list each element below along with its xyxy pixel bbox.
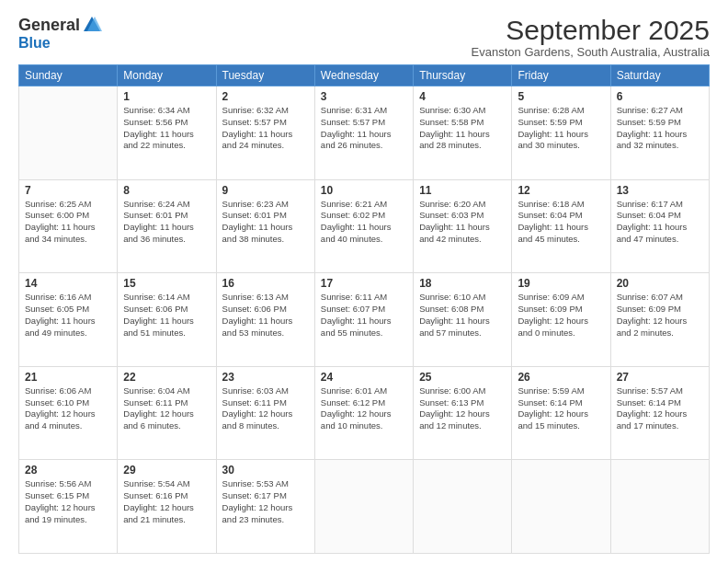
day-info: Sunrise: 6:01 AM Sunset: 6:12 PM Dayligh… bbox=[321, 385, 407, 432]
weekday-header-saturday: Saturday bbox=[610, 65, 709, 86]
day-number: 29 bbox=[123, 464, 210, 477]
day-number: 24 bbox=[321, 371, 407, 384]
weekday-header-friday: Friday bbox=[512, 65, 610, 86]
title-area: September 2025 Evanston Gardens, South A… bbox=[472, 15, 710, 59]
day-number: 15 bbox=[123, 277, 210, 290]
day-number: 10 bbox=[321, 184, 407, 197]
day-number: 22 bbox=[123, 371, 210, 384]
day-info: Sunrise: 6:31 AM Sunset: 5:57 PM Dayligh… bbox=[321, 105, 407, 152]
day-info: Sunrise: 6:07 AM Sunset: 6:09 PM Dayligh… bbox=[617, 292, 703, 339]
day-number: 12 bbox=[518, 184, 604, 197]
day-info: Sunrise: 6:18 AM Sunset: 6:04 PM Dayligh… bbox=[518, 199, 604, 246]
calendar-cell: 24Sunrise: 6:01 AM Sunset: 6:12 PM Dayli… bbox=[314, 366, 413, 460]
calendar-cell: 30Sunrise: 5:53 AM Sunset: 6:17 PM Dayli… bbox=[216, 460, 314, 554]
weekday-header-row: SundayMondayTuesdayWednesdayThursdayFrid… bbox=[19, 65, 710, 86]
day-number: 25 bbox=[419, 371, 506, 384]
day-number: 30 bbox=[222, 464, 309, 477]
calendar-cell: 26Sunrise: 5:59 AM Sunset: 6:14 PM Dayli… bbox=[512, 366, 610, 460]
week-row-4: 21Sunrise: 6:06 AM Sunset: 6:10 PM Dayli… bbox=[19, 366, 710, 460]
calendar-cell: 28Sunrise: 5:56 AM Sunset: 6:15 PM Dayli… bbox=[19, 460, 118, 554]
logo-blue-text: Blue bbox=[18, 35, 51, 51]
day-number: 26 bbox=[518, 371, 604, 384]
week-row-1: 1Sunrise: 6:34 AM Sunset: 5:56 PM Daylig… bbox=[19, 86, 710, 180]
calendar-cell: 7Sunrise: 6:25 AM Sunset: 6:00 PM Daylig… bbox=[19, 179, 118, 273]
calendar-cell: 10Sunrise: 6:21 AM Sunset: 6:02 PM Dayli… bbox=[314, 179, 413, 273]
day-info: Sunrise: 6:32 AM Sunset: 5:57 PM Dayligh… bbox=[222, 105, 309, 152]
calendar-cell bbox=[610, 460, 709, 554]
calendar-cell: 14Sunrise: 6:16 AM Sunset: 6:05 PM Dayli… bbox=[19, 273, 118, 367]
day-info: Sunrise: 6:21 AM Sunset: 6:02 PM Dayligh… bbox=[321, 199, 407, 246]
calendar-cell bbox=[314, 460, 413, 554]
day-number: 14 bbox=[25, 277, 111, 290]
weekday-header-tuesday: Tuesday bbox=[216, 65, 314, 86]
day-number: 5 bbox=[518, 90, 604, 103]
day-number: 18 bbox=[419, 277, 506, 290]
day-info: Sunrise: 6:20 AM Sunset: 6:03 PM Dayligh… bbox=[419, 199, 506, 246]
calendar-cell: 5Sunrise: 6:28 AM Sunset: 5:59 PM Daylig… bbox=[512, 86, 610, 180]
day-info: Sunrise: 6:09 AM Sunset: 6:09 PM Dayligh… bbox=[518, 292, 604, 339]
calendar-cell: 4Sunrise: 6:30 AM Sunset: 5:58 PM Daylig… bbox=[414, 86, 512, 180]
day-info: Sunrise: 6:16 AM Sunset: 6:05 PM Dayligh… bbox=[25, 292, 111, 339]
day-info: Sunrise: 5:56 AM Sunset: 6:15 PM Dayligh… bbox=[25, 478, 111, 525]
day-number: 21 bbox=[25, 371, 111, 384]
day-info: Sunrise: 5:53 AM Sunset: 6:17 PM Dayligh… bbox=[222, 478, 309, 525]
day-info: Sunrise: 6:00 AM Sunset: 6:13 PM Dayligh… bbox=[419, 385, 506, 432]
day-number: 11 bbox=[419, 184, 506, 197]
calendar-cell: 15Sunrise: 6:14 AM Sunset: 6:06 PM Dayli… bbox=[118, 273, 216, 367]
calendar-cell: 6Sunrise: 6:27 AM Sunset: 5:59 PM Daylig… bbox=[610, 86, 709, 180]
calendar-cell: 12Sunrise: 6:18 AM Sunset: 6:04 PM Dayli… bbox=[512, 179, 610, 273]
calendar-cell: 20Sunrise: 6:07 AM Sunset: 6:09 PM Dayli… bbox=[610, 273, 709, 367]
day-info: Sunrise: 6:14 AM Sunset: 6:06 PM Dayligh… bbox=[123, 292, 210, 339]
month-title: September 2025 bbox=[472, 15, 710, 45]
logo-general-text: General bbox=[18, 16, 80, 35]
weekday-header-wednesday: Wednesday bbox=[314, 65, 413, 86]
day-info: Sunrise: 6:34 AM Sunset: 5:56 PM Dayligh… bbox=[123, 105, 210, 152]
header: General Blue September 2025 Evanston Gar… bbox=[18, 15, 710, 59]
calendar-cell: 19Sunrise: 6:09 AM Sunset: 6:09 PM Dayli… bbox=[512, 273, 610, 367]
calendar-cell: 2Sunrise: 6:32 AM Sunset: 5:57 PM Daylig… bbox=[216, 86, 314, 180]
calendar-cell: 27Sunrise: 5:57 AM Sunset: 6:14 PM Dayli… bbox=[610, 366, 709, 460]
day-info: Sunrise: 6:28 AM Sunset: 5:59 PM Dayligh… bbox=[518, 105, 604, 152]
day-number: 6 bbox=[617, 90, 703, 103]
day-number: 17 bbox=[321, 277, 407, 290]
calendar-cell: 17Sunrise: 6:11 AM Sunset: 6:07 PM Dayli… bbox=[314, 273, 413, 367]
calendar-cell: 29Sunrise: 5:54 AM Sunset: 6:16 PM Dayli… bbox=[118, 460, 216, 554]
day-info: Sunrise: 6:17 AM Sunset: 6:04 PM Dayligh… bbox=[617, 199, 703, 246]
weekday-header-thursday: Thursday bbox=[414, 65, 512, 86]
day-info: Sunrise: 6:03 AM Sunset: 6:11 PM Dayligh… bbox=[222, 385, 309, 432]
day-info: Sunrise: 6:24 AM Sunset: 6:01 PM Dayligh… bbox=[123, 199, 210, 246]
calendar-cell: 18Sunrise: 6:10 AM Sunset: 6:08 PM Dayli… bbox=[414, 273, 512, 367]
calendar-table: SundayMondayTuesdayWednesdayThursdayFrid… bbox=[18, 64, 710, 554]
calendar-cell: 16Sunrise: 6:13 AM Sunset: 6:06 PM Dayli… bbox=[216, 273, 314, 367]
weekday-header-monday: Monday bbox=[118, 65, 216, 86]
day-info: Sunrise: 6:04 AM Sunset: 6:11 PM Dayligh… bbox=[123, 385, 210, 432]
calendar-cell bbox=[19, 86, 118, 180]
location: Evanston Gardens, South Australia, Austr… bbox=[472, 45, 710, 59]
calendar-cell: 1Sunrise: 6:34 AM Sunset: 5:56 PM Daylig… bbox=[118, 86, 216, 180]
calendar-cell: 23Sunrise: 6:03 AM Sunset: 6:11 PM Dayli… bbox=[216, 366, 314, 460]
day-info: Sunrise: 6:13 AM Sunset: 6:06 PM Dayligh… bbox=[222, 292, 309, 339]
day-info: Sunrise: 6:27 AM Sunset: 5:59 PM Dayligh… bbox=[617, 105, 703, 152]
day-info: Sunrise: 6:10 AM Sunset: 6:08 PM Dayligh… bbox=[419, 292, 506, 339]
calendar-cell: 11Sunrise: 6:20 AM Sunset: 6:03 PM Dayli… bbox=[414, 179, 512, 273]
day-info: Sunrise: 6:06 AM Sunset: 6:10 PM Dayligh… bbox=[25, 385, 111, 432]
day-number: 9 bbox=[222, 184, 309, 197]
day-info: Sunrise: 6:30 AM Sunset: 5:58 PM Dayligh… bbox=[419, 105, 506, 152]
day-number: 23 bbox=[222, 371, 309, 384]
page: General Blue September 2025 Evanston Gar… bbox=[0, 0, 728, 563]
calendar-cell: 3Sunrise: 6:31 AM Sunset: 5:57 PM Daylig… bbox=[314, 86, 413, 180]
day-number: 7 bbox=[25, 184, 111, 197]
logo: General Blue bbox=[18, 15, 102, 52]
calendar-cell: 9Sunrise: 6:23 AM Sunset: 6:01 PM Daylig… bbox=[216, 179, 314, 273]
day-number: 13 bbox=[617, 184, 703, 197]
calendar-cell: 25Sunrise: 6:00 AM Sunset: 6:13 PM Dayli… bbox=[414, 366, 512, 460]
calendar-cell: 22Sunrise: 6:04 AM Sunset: 6:11 PM Dayli… bbox=[118, 366, 216, 460]
day-number: 27 bbox=[617, 371, 703, 384]
day-number: 3 bbox=[321, 90, 407, 103]
calendar-cell: 13Sunrise: 6:17 AM Sunset: 6:04 PM Dayli… bbox=[610, 179, 709, 273]
day-info: Sunrise: 5:59 AM Sunset: 6:14 PM Dayligh… bbox=[518, 385, 604, 432]
day-number: 28 bbox=[25, 464, 111, 477]
logo-icon bbox=[82, 15, 102, 35]
day-info: Sunrise: 6:11 AM Sunset: 6:07 PM Dayligh… bbox=[321, 292, 407, 339]
calendar-cell: 8Sunrise: 6:24 AM Sunset: 6:01 PM Daylig… bbox=[118, 179, 216, 273]
